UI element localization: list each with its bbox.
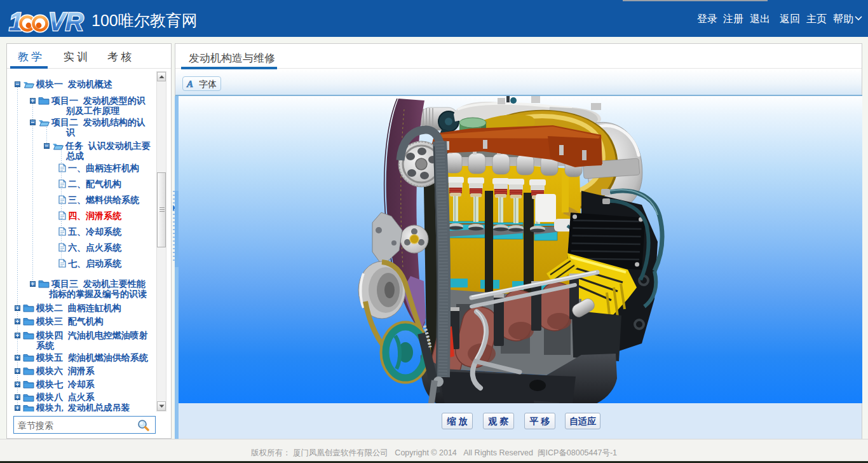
svg-text:VR: VR <box>48 8 84 34</box>
svg-text:A: A <box>186 79 193 89</box>
